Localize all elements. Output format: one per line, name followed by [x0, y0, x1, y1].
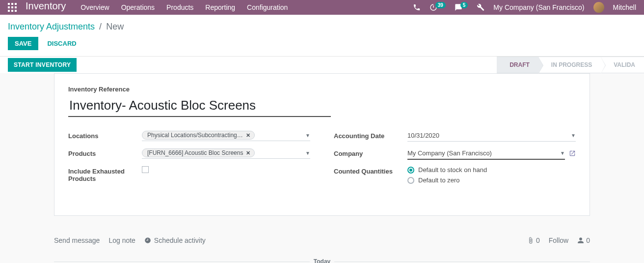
- include-exhausted-checkbox[interactable]: [142, 166, 149, 173]
- today-separator: Today: [54, 258, 590, 263]
- user-name[interactable]: Mitchell: [613, 3, 636, 11]
- log-note-button[interactable]: Log note: [108, 236, 135, 244]
- menu-operations[interactable]: Operations: [121, 3, 155, 11]
- svg-rect-5: [15, 6, 17, 8]
- messages-icon[interactable]: 5: [455, 3, 468, 11]
- schedule-activity-button[interactable]: Schedule activity: [144, 236, 206, 244]
- svg-rect-8: [15, 10, 17, 12]
- statusbar: DRAFT IN PROGRESS VALIDA: [497, 57, 644, 73]
- breadcrumb-parent[interactable]: Inventory Adjustments: [8, 22, 95, 31]
- top-nav: Inventory Overview Operations Products R…: [0, 0, 644, 15]
- radio-icon[interactable]: [407, 167, 414, 174]
- radio-icon[interactable]: [407, 177, 414, 184]
- status-in-progress[interactable]: IN PROGRESS: [538, 57, 601, 73]
- followers-button[interactable]: 0: [577, 236, 590, 244]
- control-panel: Inventory Adjustments / New SAVE DISCARD: [0, 15, 644, 57]
- svg-rect-7: [11, 10, 13, 12]
- location-tag[interactable]: Physical Locations/Subcontracting… ✕: [142, 131, 255, 140]
- app-brand[interactable]: Inventory: [26, 0, 66, 12]
- svg-rect-3: [8, 6, 10, 8]
- counted-opt-zero[interactable]: Default to zero: [407, 176, 576, 184]
- counted-qty-label: Counted Quantities: [334, 166, 407, 175]
- breadcrumb-current: New: [106, 22, 124, 31]
- inventory-reference-input[interactable]: [68, 96, 331, 117]
- timer-badge: 39: [435, 2, 446, 8]
- remove-tag-icon[interactable]: ✕: [246, 150, 250, 156]
- chevron-down-icon[interactable]: ▼: [305, 150, 310, 156]
- svg-rect-0: [8, 3, 10, 5]
- status-row: START INVENTORY DRAFT IN PROGRESS VALIDA: [0, 57, 644, 73]
- timer-icon[interactable]: 39: [429, 3, 446, 11]
- menu-overview[interactable]: Overview: [80, 3, 109, 11]
- chevron-down-icon[interactable]: ▼: [571, 133, 576, 138]
- svg-rect-6: [8, 10, 10, 12]
- form-sheet: Inventory Reference Locations Physical L…: [54, 73, 590, 216]
- menu-reporting[interactable]: Reporting: [205, 3, 235, 11]
- chevron-down-icon[interactable]: ▼: [305, 133, 310, 138]
- tools-icon[interactable]: [477, 3, 484, 11]
- avatar[interactable]: [593, 2, 604, 13]
- follow-button[interactable]: Follow: [549, 236, 568, 244]
- start-inventory-button[interactable]: START INVENTORY: [8, 58, 77, 72]
- menu-products[interactable]: Products: [166, 3, 193, 11]
- counted-opt-stock[interactable]: Default to stock on hand: [407, 166, 576, 174]
- accounting-date-label: Accounting Date: [334, 131, 407, 140]
- breadcrumb: Inventory Adjustments / New: [8, 22, 636, 32]
- accounting-date-field[interactable]: 10/31/2020 ▼: [407, 131, 576, 142]
- company-label: Company: [334, 148, 407, 157]
- status-validated[interactable]: VALIDA: [601, 57, 644, 73]
- products-label: Products: [68, 148, 142, 157]
- menu-configuration[interactable]: Configuration: [247, 3, 288, 11]
- include-exhausted-label: Include Exhausted Products: [68, 166, 142, 182]
- svg-rect-2: [15, 3, 17, 5]
- discard-button[interactable]: DISCARD: [47, 40, 76, 47]
- external-link-icon[interactable]: [569, 150, 576, 158]
- locations-field[interactable]: Physical Locations/Subcontracting… ✕ ▼: [142, 131, 310, 141]
- remove-tag-icon[interactable]: ✕: [246, 132, 250, 139]
- attachments-button[interactable]: 0: [527, 236, 540, 244]
- save-button[interactable]: SAVE: [8, 37, 38, 50]
- send-message-button[interactable]: Send message: [54, 236, 100, 244]
- messages-badge: 5: [460, 2, 468, 8]
- chevron-down-icon[interactable]: ▼: [560, 150, 565, 156]
- topnav-right: 39 5 My Company (San Francisco) Mitchell: [413, 2, 636, 13]
- chatter-bar: Send message Log note Schedule activity …: [54, 236, 590, 244]
- phone-icon[interactable]: [413, 3, 421, 11]
- main-menu: Overview Operations Products Reporting C…: [80, 3, 412, 11]
- ref-label: Inventory Reference: [68, 86, 576, 93]
- products-field[interactable]: [FURN_6666] Acoustic Bloc Screens ✕ ▼: [142, 148, 310, 159]
- locations-label: Locations: [68, 131, 142, 140]
- company-field[interactable]: My Company (San Francisco) ▼: [407, 148, 565, 160]
- svg-rect-4: [11, 6, 13, 8]
- company-switcher[interactable]: My Company (San Francisco): [493, 3, 584, 11]
- apps-icon[interactable]: [8, 3, 17, 12]
- svg-rect-1: [11, 3, 13, 5]
- status-draft[interactable]: DRAFT: [497, 57, 538, 73]
- product-tag[interactable]: [FURN_6666] Acoustic Bloc Screens ✕: [142, 148, 255, 157]
